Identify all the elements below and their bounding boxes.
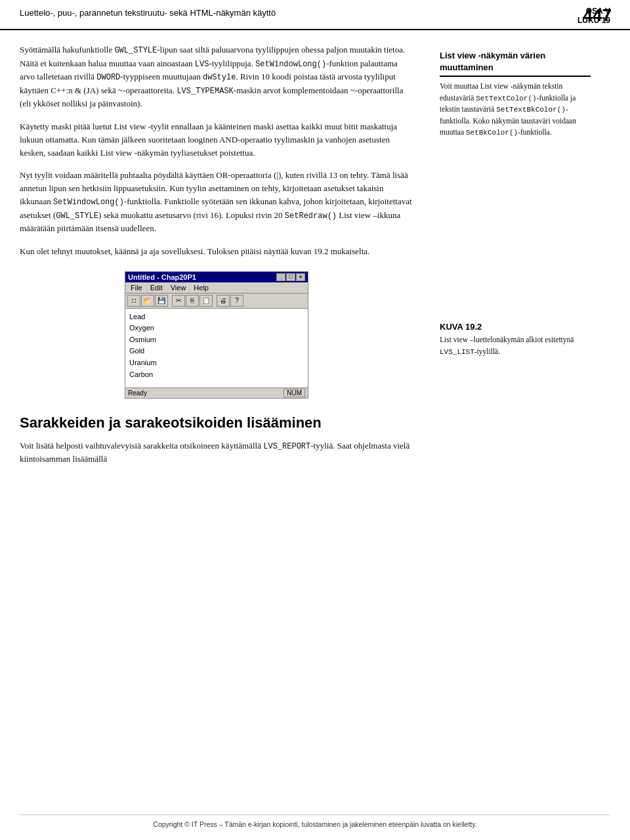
screenshot-window: Untitled - Chap20P1 _ □ × File Edit View… xyxy=(125,271,308,399)
list-item-2: Oxygen xyxy=(129,322,304,334)
footer-text: Copyright © IT Press – Tämän e-kirjan ko… xyxy=(153,820,476,828)
section-paragraph: Voit lisätä helposti vaihtuvalevyisiä sa… xyxy=(20,439,413,466)
status-ready: Ready xyxy=(128,389,147,397)
toolbar-open[interactable]: 📂 xyxy=(141,295,154,307)
paragraph-4: Kun olet tehnyt muutokset, käännä ja aja… xyxy=(20,245,413,258)
sidebar-note: List view -näkymän värien muuttaminen Vo… xyxy=(440,50,591,138)
menu-help[interactable]: Help xyxy=(190,283,213,292)
minimize-button[interactable]: _ xyxy=(276,273,285,281)
content-area: Syöttämällä hakufunktiolle GWL_STYLE-lip… xyxy=(0,30,630,475)
page-number: 447 xyxy=(583,5,612,26)
list-item-3: Osmium xyxy=(129,334,304,346)
window-content: Lead Oxygen Osmium Gold Uranium Carbon xyxy=(125,309,308,387)
screenshot-container: Untitled - Chap20P1 _ □ × File Edit View… xyxy=(20,271,413,399)
side-column: List view -näkymän värien muuttaminen Vo… xyxy=(433,43,591,475)
status-badges: NUM xyxy=(284,389,305,397)
kuva-text: List view –luettelonäkymän alkiot esitet… xyxy=(440,334,591,357)
close-button[interactable]: × xyxy=(296,273,305,281)
sidebar-note-text: Voit muuttaa List view -näkymän tekstin … xyxy=(440,81,591,138)
toolbar-copy[interactable]: ⎘ xyxy=(186,295,199,307)
footer: Copyright © IT Press – Tämän e-kirjan ko… xyxy=(20,814,610,828)
toolbar-paste[interactable]: 📋 xyxy=(200,295,213,307)
toolbar-b1[interactable]: 🖨 xyxy=(217,295,230,307)
chapter-title: Luettelo-, puu-, parannetun tekstiruutu-… xyxy=(20,7,276,18)
menu-view[interactable]: View xyxy=(167,283,190,292)
paragraph-3: Nyt tyylit voidaan määritellä puhtaalta … xyxy=(20,169,413,236)
page: Luettelo-, puu-, parannetun tekstiruutu-… xyxy=(0,0,630,840)
window-statusbar: Ready NUM xyxy=(125,387,308,398)
sidebar-note-title: List view -näkymän värien muuttaminen xyxy=(440,50,591,77)
window-title: Untitled - Chap20P1 xyxy=(128,273,196,281)
list-item-5: Uranium xyxy=(129,357,304,369)
kuva-label: KUVA 19.2 List view –luettelonäkymän alk… xyxy=(440,322,591,357)
list-item-1: Lead xyxy=(129,311,304,323)
window-buttons[interactable]: _ □ × xyxy=(276,273,305,281)
header: Luettelo-, puu-, parannetun tekstiruutu-… xyxy=(0,0,630,30)
window-toolbar: □ 📂 💾 ✂ ⎘ 📋 🖨 ? xyxy=(125,294,308,309)
kuva-title: KUVA 19.2 xyxy=(440,322,591,332)
main-column: Syöttämällä hakufunktiolle GWL_STYLE-lip… xyxy=(20,43,433,475)
list-item-4: Gold xyxy=(129,345,304,357)
toolbar-b2[interactable]: ? xyxy=(230,295,243,307)
menu-edit[interactable]: Edit xyxy=(146,283,167,292)
toolbar-save[interactable]: 💾 xyxy=(155,295,168,307)
maximize-button[interactable]: □ xyxy=(286,273,295,281)
toolbar-new[interactable]: □ xyxy=(127,295,140,307)
toolbar-cut[interactable]: ✂ xyxy=(172,295,185,307)
window-menubar: File Edit View Help xyxy=(125,282,308,294)
paragraph-2: Käytetty maski pitää luetut List view -t… xyxy=(20,120,413,160)
menu-file[interactable]: File xyxy=(127,283,146,292)
window-titlebar: Untitled - Chap20P1 _ □ × xyxy=(125,272,308,282)
section-heading: Sarakkeiden ja sarakeotsikoiden lisäämin… xyxy=(20,414,413,431)
list-item-6: Carbon xyxy=(129,369,304,381)
status-num: NUM xyxy=(284,389,305,397)
paragraph-1: Syöttämällä hakufunktiolle GWL_STYLE-lip… xyxy=(20,43,413,111)
